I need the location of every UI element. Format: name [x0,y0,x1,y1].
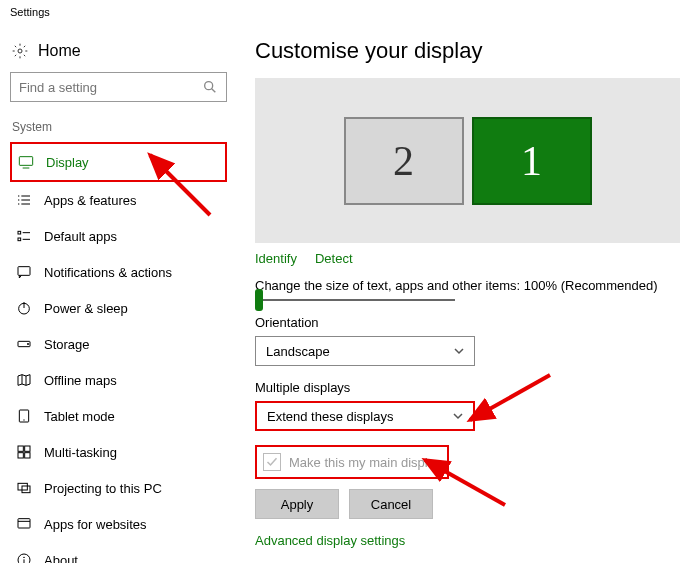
power-icon [16,300,32,316]
home-nav[interactable]: Home [10,34,227,72]
sidebar-item-display[interactable]: Display [10,142,227,182]
multitasking-icon [16,444,32,460]
sidebar-item-label: Storage [44,337,221,352]
about-icon [16,552,32,563]
default-apps-icon [16,228,32,244]
sidebar-item-label: Power & sleep [44,301,221,316]
orientation-value: Landscape [266,344,330,359]
main-content: Customise your display 21 Identify Detec… [237,24,700,563]
page-title: Customise your display [255,38,680,64]
projecting-icon [16,480,32,496]
sidebar-item-about[interactable]: About [10,542,227,563]
svg-point-34 [24,557,25,558]
svg-point-0 [18,49,22,53]
chevron-down-icon [454,346,464,356]
sidebar-item-projecting[interactable]: Projecting to this PC [10,470,227,506]
tablet-icon [16,408,32,424]
search-icon [202,79,218,95]
main-display-checkbox-row: Make this my main display [255,445,449,479]
svg-rect-26 [18,453,23,458]
sidebar-item-websites[interactable]: Apps for websites [10,506,227,542]
apps-icon [16,192,32,208]
sidebar: Home System DisplayApps & featuresDefaul… [0,24,237,563]
sidebar-item-notifications[interactable]: Notifications & actions [10,254,227,290]
svg-rect-27 [25,453,30,458]
sidebar-item-tablet[interactable]: Tablet mode [10,398,227,434]
svg-rect-24 [18,446,23,451]
monitor-2[interactable]: 2 [344,117,464,205]
orientation-label: Orientation [255,315,680,330]
sidebar-item-label: About [44,553,221,564]
search-box[interactable] [10,72,227,102]
sidebar-item-label: Notifications & actions [44,265,221,280]
slider-thumb[interactable] [255,289,263,311]
svg-rect-11 [18,231,21,234]
apply-button[interactable]: Apply [255,489,339,519]
sidebar-item-label: Apps for websites [44,517,221,532]
home-label: Home [38,42,81,60]
sidebar-item-label: Multi-tasking [44,445,221,460]
svg-rect-28 [18,483,27,490]
detect-link[interactable]: Detect [315,251,353,266]
sidebar-item-maps[interactable]: Offline maps [10,362,227,398]
sidebar-item-label: Display [46,155,219,170]
multiple-displays-label: Multiple displays [255,380,680,395]
svg-rect-12 [18,238,21,241]
svg-rect-15 [18,267,30,276]
svg-rect-30 [18,519,30,528]
scale-label: Change the size of text, apps and other … [255,278,680,293]
scale-slider[interactable] [255,299,455,301]
websites-icon [16,516,32,532]
advanced-settings-link[interactable]: Advanced display settings [255,533,405,548]
maps-icon [16,372,32,388]
sidebar-item-default[interactable]: Default apps [10,218,227,254]
cancel-button[interactable]: Cancel [349,489,433,519]
svg-point-19 [27,343,28,344]
sidebar-item-label: Tablet mode [44,409,221,424]
sidebar-item-power[interactable]: Power & sleep [10,290,227,326]
multiple-displays-dropdown[interactable]: Extend these displays [255,401,475,431]
gear-icon [12,43,28,59]
section-heading: System [10,116,227,142]
storage-icon [16,336,32,352]
checkbox-icon [263,453,281,471]
sidebar-item-label: Apps & features [44,193,221,208]
chevron-down-icon [453,411,463,421]
orientation-dropdown[interactable]: Landscape [255,336,475,366]
multiple-displays-value: Extend these displays [267,409,393,424]
sidebar-item-multitasking[interactable]: Multi-tasking [10,434,227,470]
search-input[interactable] [19,80,202,95]
window-title: Settings [0,0,700,24]
sidebar-item-apps[interactable]: Apps & features [10,182,227,218]
svg-point-1 [205,82,213,90]
svg-line-2 [212,89,216,93]
display-icon [18,154,34,170]
notifications-icon [16,264,32,280]
identify-link[interactable]: Identify [255,251,297,266]
sidebar-item-label: Default apps [44,229,221,244]
monitor-1[interactable]: 1 [472,117,592,205]
sidebar-item-label: Projecting to this PC [44,481,221,496]
svg-rect-3 [19,157,32,166]
sidebar-item-label: Offline maps [44,373,221,388]
display-preview[interactable]: 21 [255,78,680,243]
svg-rect-29 [22,486,30,493]
main-display-label: Make this my main display [289,455,441,470]
svg-rect-25 [25,446,30,451]
sidebar-item-storage[interactable]: Storage [10,326,227,362]
